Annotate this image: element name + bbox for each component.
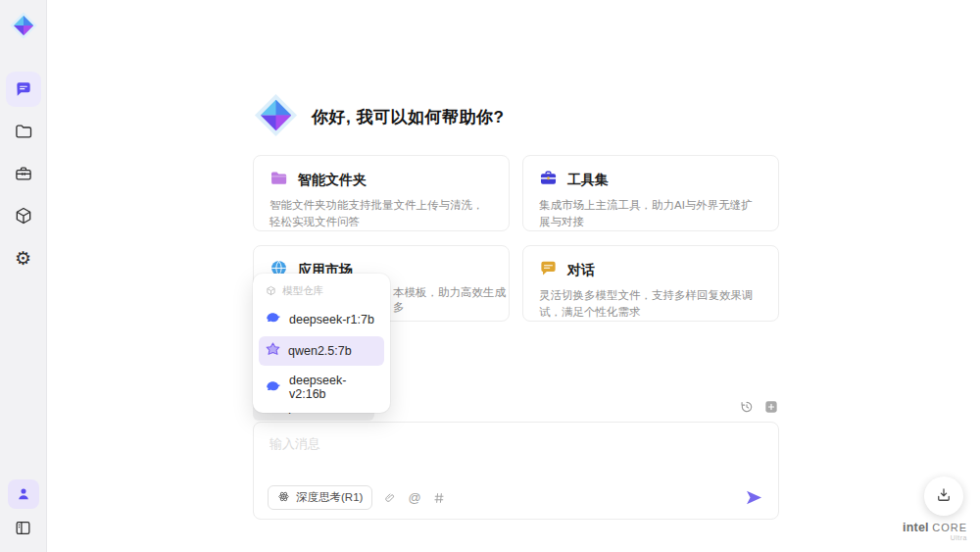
download-icon	[935, 486, 953, 507]
card-smart-folder[interactable]: 智能文件夹 智能文件夹功能支持批量文件上传与清洗，轻松实现文件问答	[253, 155, 510, 231]
cube-icon	[14, 206, 33, 226]
new-chat-icon[interactable]	[763, 399, 779, 415]
composer: 深度思考(R1) @	[253, 422, 779, 520]
app-logo-icon	[253, 92, 299, 142]
sidebar-item-settings[interactable]: ⚙	[6, 240, 41, 276]
history-icon[interactable]	[739, 399, 755, 415]
sidebar-nav: ⚙	[6, 72, 41, 276]
message-input[interactable]	[270, 435, 760, 477]
chat-icon	[14, 79, 33, 99]
model-option-label: qwen2.5:7b	[288, 344, 352, 358]
main-area: 你好, 我可以如何帮助你? 智能文件夹 智能文件夹功能支持批量文件上传与清洗，轻…	[47, 0, 980, 552]
sidebar-item-handbook[interactable]	[8, 513, 39, 542]
toolset-icon	[539, 169, 558, 191]
sidebar-item-account[interactable]	[8, 479, 39, 509]
card-description: 智能文件夹功能支持批量文件上传与清洗，轻松实现文件问答	[270, 197, 493, 229]
sidebar-item-models[interactable]	[6, 198, 41, 233]
sidebar-item-chat[interactable]	[6, 72, 41, 107]
deepseek-icon	[266, 378, 281, 397]
qwen-icon	[266, 342, 280, 360]
send-button[interactable]	[745, 488, 763, 507]
app-logo-icon	[9, 11, 38, 40]
atom-icon	[277, 490, 290, 505]
deep-think-toggle[interactable]: 深度思考(R1)	[268, 485, 372, 510]
hashtag-icon[interactable]	[432, 491, 446, 505]
user-icon	[15, 485, 32, 503]
smart-folder-icon	[270, 169, 288, 191]
card-toolset[interactable]: 工具集 集成市场上主流工具，助力AI与外界无缝扩展与对接	[522, 155, 779, 231]
toolbox-icon	[14, 164, 33, 183]
card-description-fragment: 本模板，助力高效生成多	[393, 285, 509, 315]
sidebar: ⚙	[0, 0, 47, 552]
model-dropdown-header: 模型仓库	[259, 279, 384, 302]
model-option-qwen[interactable]: qwen2.5:7b	[259, 336, 384, 366]
deepseek-icon	[266, 310, 281, 328]
core-wordmark: core	[932, 522, 967, 533]
card-title: 智能文件夹	[298, 172, 367, 189]
intel-wordmark: intel	[903, 521, 929, 534]
repo-icon	[266, 285, 276, 298]
card-title: 工具集	[567, 172, 609, 189]
card-title: 对话	[567, 262, 595, 279]
composer-toolbar: 深度思考(R1) @	[268, 485, 763, 510]
handbook-icon	[14, 519, 32, 537]
mention-icon[interactable]: @	[408, 491, 420, 504]
model-option-label: deepseek-r1:7b	[289, 313, 374, 326]
model-option-deepseek-v2[interactable]: deepseek-v2:16b	[259, 368, 384, 407]
model-dropdown: 模型仓库 deepseek-r1:7b qwen2.5:7b	[253, 274, 390, 413]
deep-think-label: 深度思考(R1)	[296, 490, 363, 505]
model-dropdown-header-label: 模型仓库	[282, 284, 323, 298]
card-description: 集成市场上主流工具，助力AI与外界无缝扩展与对接	[539, 197, 762, 229]
model-option-deepseek-r1[interactable]: deepseek-r1:7b	[259, 304, 384, 334]
folder-icon	[14, 122, 33, 141]
sidebar-item-folders[interactable]	[6, 114, 41, 149]
model-option-label: deepseek-v2:16b	[289, 374, 377, 401]
attachment-icon[interactable]	[383, 491, 397, 505]
sidebar-bottom	[8, 479, 39, 542]
greeting: 你好, 我可以如何帮助你?	[253, 92, 504, 142]
card-description: 灵活切换多模型文件，支持多样回复效果调试，满足个性化需求	[539, 287, 762, 320]
card-dialog[interactable]: 对话 灵活切换多模型文件，支持多样回复效果调试，满足个性化需求	[522, 245, 779, 322]
ultra-wordmark: Ultra	[903, 534, 967, 541]
download-fab[interactable]	[924, 477, 963, 516]
intel-core-logo: intel core Ultra	[903, 522, 967, 541]
sidebar-item-toolbox[interactable]	[6, 156, 41, 191]
page-title: 你好, 我可以如何帮助你?	[312, 106, 504, 128]
dialog-icon	[539, 259, 558, 281]
gear-icon: ⚙	[15, 249, 31, 268]
